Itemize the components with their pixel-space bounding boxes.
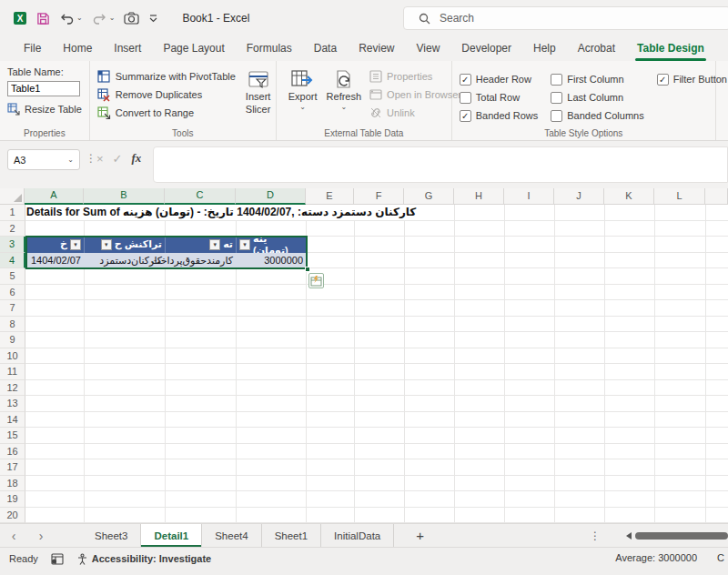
grid-cell[interactable] <box>405 428 455 444</box>
grid-cell[interactable] <box>706 237 728 253</box>
grid-cell[interactable] <box>505 364 555 380</box>
grid-cell[interactable] <box>706 380 728 397</box>
grid-cell[interactable] <box>237 300 307 317</box>
grid-cell[interactable] <box>166 459 237 476</box>
grid-cell[interactable] <box>25 444 85 460</box>
grid-cell[interactable] <box>505 237 555 253</box>
grid-cell[interactable] <box>405 348 455 365</box>
grid-cell[interactable] <box>355 237 405 253</box>
checkbox-box[interactable]: ✓ <box>460 74 471 86</box>
grid-cell[interactable] <box>166 221 237 237</box>
grid-cell[interactable] <box>237 444 307 460</box>
grid-cell[interactable] <box>85 508 166 524</box>
grid-cell[interactable] <box>455 396 505 412</box>
grid-cell[interactable] <box>237 396 307 412</box>
grid-cell[interactable] <box>555 428 605 444</box>
menu-tab-review[interactable]: Review <box>348 36 405 62</box>
grid-cell[interactable] <box>355 300 405 317</box>
grid-cell[interactable] <box>555 380 605 397</box>
grid-cell[interactable] <box>655 317 706 333</box>
grid-cell[interactable] <box>555 508 605 524</box>
grid-cell[interactable] <box>25 364 85 380</box>
grid-cell[interactable] <box>85 317 166 333</box>
grid-cell[interactable] <box>505 396 555 412</box>
export-button[interactable]: Export ⌄ <box>284 66 322 126</box>
grid-cell[interactable] <box>405 491 455 508</box>
accessibility-status-button[interactable]: Accessibility: Investigate <box>76 553 211 565</box>
grid-cell[interactable] <box>655 348 706 365</box>
checkbox-box[interactable] <box>551 74 562 86</box>
quick-analysis-button[interactable] <box>308 273 324 288</box>
grid-cell[interactable] <box>455 237 505 253</box>
grid-cell[interactable] <box>85 285 166 301</box>
grid-cell[interactable] <box>605 285 655 301</box>
grid-cell[interactable] <box>405 364 455 380</box>
checkbox-header-row[interactable]: ✓Header Row <box>460 70 539 88</box>
grid-cell[interactable] <box>605 459 655 476</box>
grid-cell[interactable] <box>166 285 237 301</box>
grid-cell[interactable] <box>405 444 455 460</box>
checkbox-box[interactable] <box>551 110 562 122</box>
column-header-d[interactable]: D <box>236 188 306 205</box>
grid-cell[interactable] <box>25 300 85 317</box>
sheet-nav-right-icon[interactable]: › <box>27 524 55 547</box>
grid-cell[interactable] <box>455 268 505 285</box>
grid-cell[interactable] <box>655 300 706 317</box>
grid-cell[interactable] <box>505 428 555 444</box>
grid-cell[interactable] <box>85 476 166 492</box>
grid-cell[interactable] <box>25 508 85 524</box>
grid-cell[interactable] <box>605 237 655 253</box>
grid-cell[interactable] <box>166 364 237 380</box>
checkbox-box[interactable]: ✓ <box>657 74 669 86</box>
grid-cell[interactable] <box>505 300 555 317</box>
grid-cell[interactable] <box>706 444 728 460</box>
grid-cell[interactable] <box>355 396 405 412</box>
undo-dropdown-icon[interactable]: ⌄ <box>76 15 83 22</box>
grid-cell[interactable] <box>505 412 555 429</box>
grid-cell[interactable] <box>355 459 405 476</box>
grid-cell[interactable] <box>405 476 455 492</box>
grid-cell[interactable] <box>237 476 307 492</box>
grid-cell[interactable] <box>505 332 555 348</box>
grid-cell[interactable] <box>307 380 355 397</box>
grid-cell[interactable] <box>706 491 728 508</box>
grid-cell[interactable] <box>505 253 555 269</box>
grid-cell[interactable] <box>237 412 307 429</box>
grid-cell[interactable] <box>555 317 605 333</box>
sheet-nav-left-icon[interactable]: ‹ <box>0 524 27 547</box>
column-header-j[interactable]: J <box>554 188 604 205</box>
grid-cell[interactable] <box>355 348 405 365</box>
grid-cell[interactable] <box>706 412 728 429</box>
summarize-pivottable-button[interactable]: Summarize with PivotTable <box>97 68 236 85</box>
grid-cell[interactable] <box>405 317 455 333</box>
sheetbar-menu-icon[interactable]: ⋮ <box>590 524 601 548</box>
row-header-6[interactable]: 6 <box>0 285 25 301</box>
grid-cell[interactable] <box>505 459 555 476</box>
grid-cell[interactable] <box>355 221 405 237</box>
grid-cell[interactable] <box>605 491 655 508</box>
refresh-button[interactable]: Refresh ⌄ <box>322 66 367 126</box>
table-header-cell-1[interactable]: خ▾ <box>25 237 85 253</box>
grid-cell[interactable] <box>455 364 505 380</box>
sheet-tab-initialdata[interactable]: InitialData <box>321 524 394 547</box>
grid-cell[interactable] <box>355 317 405 333</box>
grid-cell[interactable] <box>605 348 655 365</box>
grid-cell[interactable] <box>455 253 505 269</box>
grid-cell[interactable] <box>555 459 605 476</box>
formula-bar-handle-icon[interactable]: ⋮ <box>86 152 96 165</box>
grid-cell[interactable] <box>455 221 505 237</box>
grid-cell[interactable] <box>655 268 706 285</box>
menu-tab-acrobat[interactable]: Acrobat <box>567 36 626 62</box>
grid-cell[interactable] <box>355 380 405 397</box>
grid-cell[interactable] <box>655 412 706 429</box>
grid-cell[interactable] <box>655 508 706 524</box>
grid-cell[interactable] <box>605 396 655 412</box>
grid-cell[interactable] <box>405 396 455 412</box>
grid-cell[interactable] <box>455 317 505 333</box>
grid-cell[interactable] <box>706 205 728 221</box>
grid-cell[interactable] <box>555 300 605 317</box>
grid-cell[interactable] <box>237 508 307 524</box>
grid-cell[interactable] <box>166 491 237 508</box>
row-header-17[interactable]: 17 <box>0 459 25 476</box>
row-header-8[interactable]: 8 <box>0 317 25 333</box>
